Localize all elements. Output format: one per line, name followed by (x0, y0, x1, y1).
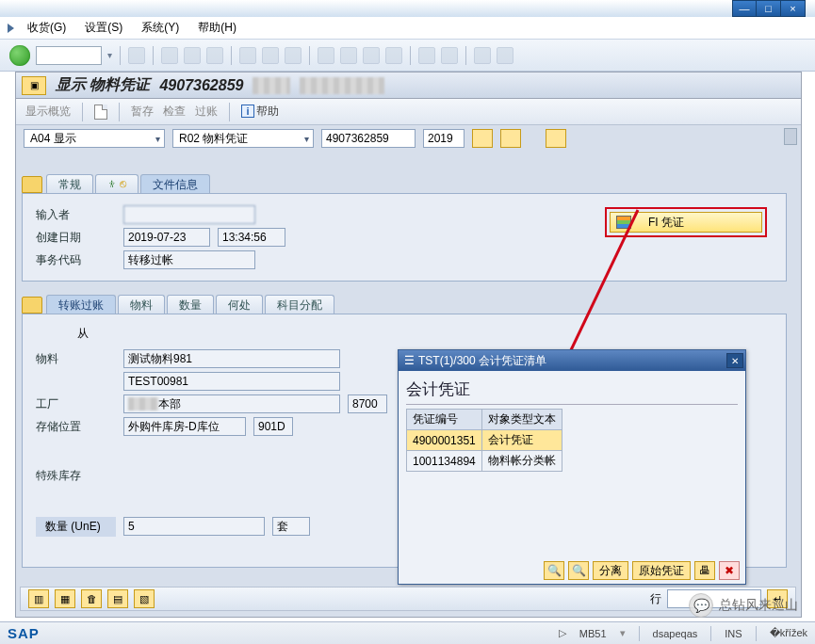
window-minimize-button[interactable]: — (732, 0, 757, 17)
entered-by-label: 输入者 (36, 207, 116, 223)
shortcut-icon[interactable] (441, 47, 458, 64)
status-icon[interactable]: �křížek (770, 627, 807, 639)
header-button[interactable] (500, 129, 521, 148)
entered-by-value (123, 205, 255, 224)
bt-icon-1[interactable]: ▥ (28, 589, 49, 608)
back-icon[interactable] (161, 47, 178, 64)
window-maximize-button[interactable]: □ (757, 0, 781, 17)
new-session-icon[interactable] (418, 47, 435, 64)
qty-value: 5 (123, 517, 265, 536)
menu-bar: 收货(G) 设置(S) 系统(Y) 帮助(H) (0, 17, 815, 40)
first-page-icon[interactable] (318, 47, 334, 64)
popup-titlebar[interactable]: ☰TST(1)/300 会计凭证清单 ✕ (399, 350, 745, 371)
tab-material[interactable]: 物料 (118, 295, 165, 314)
popup-print-button[interactable]: 🖶 (694, 561, 715, 580)
save-icon[interactable] (128, 47, 145, 64)
folder-icon[interactable] (22, 297, 42, 314)
tab-where[interactable]: 何处 (216, 295, 263, 314)
command-field[interactable] (36, 46, 102, 65)
title-docnum: 4907362859 (159, 77, 243, 94)
separator (120, 46, 121, 65)
scroll-up-button[interactable] (784, 128, 797, 145)
popup-close-button[interactable]: ✕ (726, 353, 743, 368)
tab-transfer-posting[interactable]: 转账过账 (46, 295, 116, 314)
bt-icon-5[interactable]: ▧ (134, 589, 155, 608)
fi-voucher-label: FI 凭证 (648, 215, 684, 231)
separator (119, 103, 120, 121)
post-button[interactable]: 过账 (195, 104, 218, 120)
table-row[interactable]: 1001134894 物料帐分类帐 (407, 451, 562, 472)
table-row[interactable]: 4900001351 会计凭证 (407, 430, 562, 451)
bt-icon-2[interactable]: ▦ (55, 589, 75, 608)
check-button[interactable]: 检查 (163, 104, 186, 120)
tab-general[interactable]: 常规 (46, 174, 93, 193)
info-icon: i (241, 105, 254, 118)
help-button[interactable]: i帮助 (241, 104, 279, 120)
plant-value: 本部 (123, 394, 340, 413)
print-icon[interactable] (239, 47, 256, 64)
fi-voucher-button[interactable]: FI 凭证 (610, 212, 762, 233)
content-frame: ▣ 显示 物料凭证 4907362859 显示概览 暂存 检查 过账 i帮助 A… (15, 72, 802, 618)
next-page-icon[interactable] (363, 47, 380, 64)
title-bar: ▣ 显示 物料凭证 4907362859 (16, 72, 801, 99)
popup-title-text: TST(1)/300 会计凭证清单 (418, 354, 546, 367)
col-object-type[interactable]: 对象类型文本 (481, 410, 562, 430)
popup-original-doc-button[interactable]: 原始凭证 (632, 561, 691, 580)
cell-voucher-num: 1001134894 (407, 451, 482, 472)
voucher-table: 凭证编号 对象类型文本 4900001351 会计凭证 1001134894 物… (406, 409, 562, 472)
bt-icon-4[interactable]: ▤ (107, 589, 128, 608)
overview-button[interactable] (546, 129, 566, 148)
qty-label: 数量 (UnE) (36, 517, 116, 537)
menu-cue-icon[interactable] (8, 24, 14, 33)
popup-searchplus-button[interactable]: 🔍 (568, 561, 589, 580)
separator (465, 46, 466, 65)
fi-voucher-popup: ☰TST(1)/300 会计凭证清单 ✕ 会计凭证 凭证编号 对象类型文本 49… (398, 349, 746, 585)
system-toolbar: ▾ (0, 40, 815, 72)
window-close-button[interactable]: × (781, 0, 806, 17)
from-heading: 从 (77, 326, 773, 342)
folder-icon[interactable] (22, 176, 42, 193)
title-blur1 (253, 77, 290, 94)
magnifier-icon: 🔍 (547, 564, 562, 577)
cancel-icon[interactable] (206, 47, 223, 64)
ok-enter-button[interactable] (9, 45, 30, 66)
popup-cancel-button[interactable]: ✖ (719, 561, 740, 580)
popup-heading: 会计凭证 (406, 378, 738, 405)
command-dropdown-icon[interactable]: ▾ (107, 50, 112, 60)
special-stock-label: 特殊库存 (36, 468, 116, 484)
popup-footer: 🔍 🔍 分离 原始凭证 🖶 ✖ (544, 561, 740, 580)
watermark: 💬 总钻风来巡山 (689, 593, 798, 618)
tcode-value: 转移过帐 (123, 250, 255, 269)
year-input[interactable]: 2019 (423, 129, 465, 148)
refdoc-combo[interactable]: R02 物料凭证 (172, 129, 314, 148)
help-icon[interactable] (474, 47, 491, 64)
menu-settings[interactable]: 设置(S) (79, 18, 128, 38)
action-combo[interactable]: A04 显示 (24, 129, 165, 148)
menu-help[interactable]: 帮助(H) (192, 18, 242, 38)
col-voucher-num[interactable]: 凭证编号 (407, 410, 482, 430)
find-next-icon[interactable] (285, 47, 302, 64)
tab-docinfo[interactable]: 文件信息 (140, 174, 210, 193)
tab-quantity[interactable]: 数量 (167, 295, 214, 314)
bt-delete-icon[interactable]: 🗑 (81, 589, 102, 608)
last-page-icon[interactable] (385, 47, 402, 64)
popup-body: 会计凭证 凭证编号 对象类型文本 4900001351 会计凭证 1001134… (399, 371, 745, 479)
tab-account-assign[interactable]: 科目分配 (265, 295, 334, 314)
menu-goods-receipt[interactable]: 收货(G) (22, 18, 72, 38)
menu-system[interactable]: 系统(Y) (136, 18, 185, 38)
watermark-icon: 💬 (689, 593, 713, 618)
separator (229, 103, 230, 121)
popup-detach-button[interactable]: 分离 (593, 561, 628, 580)
show-overview-button[interactable]: 显示概览 (25, 104, 71, 120)
docnum-input[interactable]: 4907362859 (321, 129, 416, 148)
layout-icon[interactable] (497, 47, 513, 64)
new-document-icon[interactable] (94, 105, 107, 120)
status-nav-icon[interactable]: ▷ (559, 627, 566, 639)
find-icon[interactable] (262, 47, 279, 64)
exit-icon[interactable] (184, 47, 201, 64)
tab-person[interactable]: 🛉⎋ (95, 174, 139, 193)
execute-button[interactable] (472, 129, 493, 148)
park-button[interactable]: 暂存 (131, 104, 154, 120)
prev-page-icon[interactable] (340, 47, 357, 64)
popup-search-button[interactable]: 🔍 (544, 561, 564, 580)
